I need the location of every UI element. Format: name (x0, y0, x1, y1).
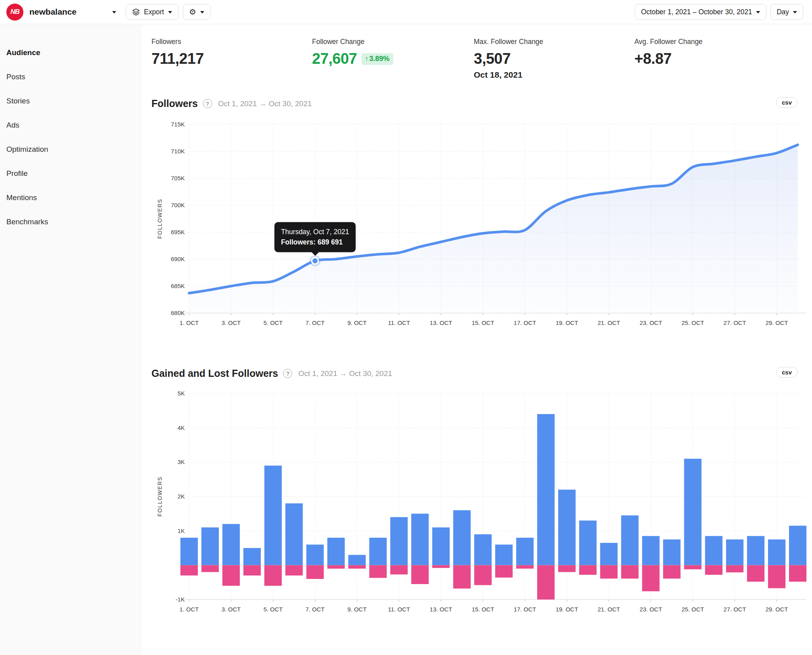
settings-button[interactable]: ⚙ (183, 4, 211, 20)
svg-text:13. OCT: 13. OCT (430, 319, 452, 326)
svg-text:29. OCT: 29. OCT (766, 319, 788, 326)
sidebar-item-stories[interactable]: Stories (6, 93, 141, 109)
svg-text:23. OCT: 23. OCT (640, 319, 662, 326)
stat-value: 3,507 (474, 50, 634, 67)
svg-text:FOLLOWERS: FOLLOWERS (157, 476, 163, 516)
stat-max-change: Max. Follower Change 3,507 Oct 18, 2021 (474, 38, 634, 80)
stat-followers: Followers 711,217 (151, 38, 312, 80)
svg-text:5. OCT: 5. OCT (264, 319, 283, 326)
svg-text:FOLLOWERS: FOLLOWERS (157, 199, 163, 239)
chevron-down-icon (200, 11, 204, 13)
svg-text:15. OCT: 15. OCT (472, 319, 494, 326)
svg-text:680K: 680K (171, 309, 185, 316)
granularity-label: Day (777, 8, 789, 16)
export-label: Export (144, 8, 164, 16)
chevron-down-icon (168, 11, 172, 13)
sidebar-item-audience[interactable]: Audience (6, 45, 141, 61)
chevron-down-icon (793, 11, 797, 13)
svg-text:19. OCT: 19. OCT (555, 319, 578, 326)
svg-text:3. OCT: 3. OCT (222, 606, 241, 613)
svg-text:1. OCT: 1. OCT (180, 606, 199, 613)
sidebar-item-benchmarks[interactable]: Benchmarks (6, 214, 141, 230)
date-range-label: October 1, 2021 – October 30, 2021 (641, 8, 752, 16)
csv-button[interactable]: csv (776, 367, 798, 378)
newbalance-logo: NB (6, 4, 23, 21)
svg-text:715K: 715K (171, 121, 185, 128)
svg-text:21. OCT: 21. OCT (598, 606, 620, 613)
svg-text:7. OCT: 7. OCT (305, 319, 324, 326)
main-panel: Followers 711,217 Follower Change 27,607… (141, 24, 812, 655)
help-icon[interactable]: ? (203, 99, 212, 108)
app: NB newbalance Export ⚙ October 1, 2021 –… (0, 0, 812, 655)
svg-text:7. OCT: 7. OCT (305, 606, 324, 613)
sidebar-item-posts[interactable]: Posts (6, 69, 141, 85)
section-title: Followers (151, 98, 198, 109)
change-percent: 3.89% (369, 55, 389, 63)
svg-text:3. OCT: 3. OCT (222, 319, 241, 326)
svg-text:695K: 695K (171, 229, 185, 235)
bar-chart-svg[interactable]: 5K4K3K2K1K0-1K1. OCT3. OCT5. OCT7. OCT9.… (151, 386, 810, 623)
svg-text:25. OCT: 25. OCT (682, 606, 704, 613)
stats-row: Followers 711,217 Follower Change 27,607… (151, 38, 812, 80)
svg-text:5. OCT: 5. OCT (264, 606, 283, 613)
topbar: NB newbalance Export ⚙ October 1, 2021 –… (0, 0, 812, 24)
svg-text:19. OCT: 19. OCT (555, 606, 578, 613)
csv-button[interactable]: csv (776, 97, 798, 108)
svg-text:17. OCT: 17. OCT (514, 319, 536, 326)
account-name: newbalance (29, 7, 77, 17)
followers-section-header: Followers ? Oct 1, 2021 → Oct 30, 2021 c… (151, 98, 812, 109)
export-layers-icon (132, 8, 140, 16)
svg-text:5K: 5K (178, 390, 185, 397)
stat-label: Follower Change (312, 38, 474, 46)
gear-icon: ⚙ (189, 8, 196, 16)
stat-label: Avg. Follower Change (634, 38, 812, 46)
svg-text:11. OCT: 11. OCT (388, 319, 410, 326)
account-switcher[interactable]: NB newbalance (6, 4, 116, 21)
svg-text:700K: 700K (171, 202, 185, 208)
gained-lost-bar-chart[interactable]: 5K4K3K2K1K0-1K1. OCT3. OCT5. OCT7. OCT9.… (151, 386, 812, 623)
svg-text:1. OCT: 1. OCT (180, 319, 199, 326)
sidebar-item-profile[interactable]: Profile (6, 166, 141, 181)
stat-value: +8.87 (634, 50, 812, 67)
change-percent-badge: ↑3.89% (362, 53, 393, 65)
svg-text:690K: 690K (171, 256, 185, 262)
svg-text:15. OCT: 15. OCT (472, 606, 494, 613)
svg-text:23. OCT: 23. OCT (640, 606, 662, 613)
followers-line-chart[interactable]: 715K710K705K700K695K690K685K680K1. OCT3.… (151, 116, 812, 334)
svg-text:27. OCT: 27. OCT (724, 319, 746, 326)
section-date-range: Oct 1, 2021 → Oct 30, 2021 (298, 369, 392, 378)
gained-lost-section-header: Gained and Lost Followers ? Oct 1, 2021 … (151, 368, 812, 379)
svg-text:2K: 2K (178, 493, 185, 500)
svg-text:4K: 4K (178, 424, 185, 431)
svg-text:29. OCT: 29. OCT (766, 606, 788, 613)
svg-text:13. OCT: 13. OCT (430, 606, 452, 613)
granularity-button[interactable]: Day (770, 4, 803, 20)
stat-value: 711,217 (151, 50, 312, 67)
sidebar-item-ads[interactable]: Ads (6, 117, 141, 133)
svg-text:9. OCT: 9. OCT (347, 606, 366, 613)
stat-date: Oct 18, 2021 (474, 70, 634, 80)
svg-text:17. OCT: 17. OCT (514, 606, 536, 613)
chevron-down-icon[interactable] (112, 11, 116, 13)
svg-text:21. OCT: 21. OCT (598, 319, 620, 326)
svg-text:11. OCT: 11. OCT (388, 606, 410, 613)
stat-label: Max. Follower Change (474, 38, 634, 46)
help-icon[interactable]: ? (283, 369, 292, 378)
chevron-down-icon (756, 11, 760, 13)
change-value: 27,607 (312, 50, 357, 67)
svg-text:685K: 685K (171, 283, 185, 289)
svg-text:9. OCT: 9. OCT (347, 319, 366, 326)
stat-follower-change: Follower Change 27,607↑3.89% (312, 38, 474, 80)
svg-text:-1K: -1K (176, 596, 185, 603)
sidebar: Audience Posts Stories Ads Optimization … (0, 24, 141, 655)
line-chart-svg[interactable]: 715K710K705K700K695K690K685K680K1. OCT3.… (151, 116, 810, 334)
export-button[interactable]: Export (126, 4, 178, 20)
svg-text:1K: 1K (178, 527, 185, 534)
stat-value: 27,607↑3.89% (312, 50, 474, 67)
date-range-button[interactable]: October 1, 2021 – October 30, 2021 (635, 4, 766, 20)
sidebar-item-optimization[interactable]: Optimization (6, 141, 141, 157)
svg-text:705K: 705K (171, 175, 185, 181)
svg-text:27. OCT: 27. OCT (724, 606, 746, 613)
logo-text: NB (10, 8, 19, 16)
sidebar-item-mentions[interactable]: Mentions (6, 190, 141, 206)
